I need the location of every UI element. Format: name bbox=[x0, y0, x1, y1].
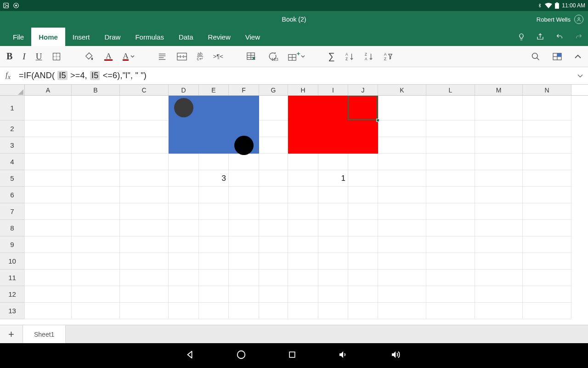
redo-icon[interactable] bbox=[574, 33, 583, 40]
font-color-button[interactable]: A bbox=[104, 52, 113, 61]
row-header[interactable]: 10 bbox=[0, 253, 25, 270]
column-header[interactable]: G bbox=[259, 85, 288, 95]
menubar: File Home Insert Draw Formulas Data Revi… bbox=[0, 28, 588, 46]
lightbulb-icon[interactable] bbox=[517, 32, 526, 41]
formula-text: >=4, bbox=[68, 71, 90, 80]
bluetooth-icon bbox=[537, 2, 542, 9]
user-chip[interactable]: Robert Wells bbox=[537, 15, 583, 24]
row-header[interactable]: 1 bbox=[0, 96, 25, 121]
cell-value[interactable]: 3 bbox=[199, 170, 229, 187]
column-header[interactable]: H bbox=[288, 85, 318, 95]
formula-bar[interactable]: fx =IF(AND( I5 >=4, I5 <=6),"l", " ") bbox=[0, 67, 588, 85]
column-headers: ABCDEFGHIJKLMN bbox=[0, 85, 588, 96]
expand-formula-icon[interactable] bbox=[577, 71, 583, 80]
column-header[interactable]: A bbox=[25, 85, 72, 95]
menu-file[interactable]: File bbox=[6, 28, 31, 46]
spreadsheet-grid[interactable]: ABCDEFGHIJKLMN 12345678910111213 31 bbox=[0, 85, 588, 325]
menu-tab-data[interactable]: Data bbox=[171, 28, 201, 46]
formula-ref: I5 bbox=[90, 71, 100, 80]
menu-tab-review[interactable]: Review bbox=[201, 28, 238, 46]
image-icon bbox=[3, 2, 9, 9]
fill-color-button[interactable] bbox=[84, 52, 94, 62]
undo-icon[interactable] bbox=[555, 33, 564, 40]
row-header[interactable]: 11 bbox=[0, 270, 25, 286]
insert-cells-button[interactable]: + bbox=[288, 52, 305, 61]
italic-button[interactable]: I bbox=[23, 52, 25, 62]
svg-point-6 bbox=[578, 17, 580, 19]
nav-volume-down-button[interactable] bbox=[338, 350, 349, 361]
column-header[interactable]: J bbox=[348, 85, 378, 95]
row-header[interactable]: 5 bbox=[0, 170, 25, 187]
android-statusbar: 11:00 AM bbox=[0, 0, 588, 11]
fill-handle[interactable] bbox=[376, 119, 379, 122]
battery-icon bbox=[555, 2, 559, 9]
svg-rect-0 bbox=[4, 3, 9, 8]
svg-rect-37 bbox=[289, 352, 295, 357]
nav-back-button[interactable] bbox=[185, 350, 195, 362]
svg-rect-4 bbox=[555, 3, 559, 9]
select-all-corner[interactable] bbox=[0, 85, 25, 95]
wrap-text-button[interactable]: abc↵ bbox=[197, 52, 203, 61]
column-header[interactable]: D bbox=[169, 85, 199, 95]
menu-tab-formulas[interactable]: Formulas bbox=[128, 28, 171, 46]
row-header[interactable]: 12 bbox=[0, 286, 25, 303]
find-button[interactable] bbox=[531, 52, 540, 61]
nav-volume-up-button[interactable] bbox=[390, 350, 403, 362]
column-header[interactable]: I bbox=[318, 85, 348, 95]
nav-home-button[interactable] bbox=[236, 350, 246, 362]
underline-button[interactable]: U bbox=[36, 52, 42, 62]
number-format-button[interactable]: 123 bbox=[266, 52, 277, 61]
formula-input[interactable]: =IF(AND( I5 >=4, I5 <=6),"l", " ") bbox=[19, 71, 569, 80]
share-icon[interactable] bbox=[536, 33, 545, 41]
menu-tab-insert[interactable]: Insert bbox=[65, 28, 97, 46]
column-header[interactable]: L bbox=[426, 85, 475, 95]
bold-button[interactable]: B bbox=[6, 51, 12, 62]
sort-desc-button[interactable]: ZA bbox=[364, 52, 373, 61]
svg-rect-5 bbox=[556, 2, 558, 3]
conditional-format-button[interactable] bbox=[246, 52, 256, 61]
svg-text:A: A bbox=[384, 52, 387, 57]
column-header[interactable]: B bbox=[72, 85, 120, 95]
merge-button[interactable] bbox=[177, 52, 187, 61]
status-time: 11:00 AM bbox=[562, 2, 585, 9]
menu-tab-draw[interactable]: Draw bbox=[97, 28, 128, 46]
sort-filter-button[interactable]: AZ bbox=[384, 52, 393, 61]
sheet-tab[interactable]: Sheet1 bbox=[23, 325, 66, 343]
borders-button[interactable] bbox=[52, 52, 61, 61]
cell-styles-button[interactable] bbox=[552, 52, 562, 61]
add-sheet-button[interactable]: + bbox=[0, 325, 23, 343]
menu-tab-view[interactable]: View bbox=[238, 28, 267, 46]
column-header[interactable]: N bbox=[523, 85, 571, 95]
row-header[interactable]: 4 bbox=[0, 154, 25, 170]
column-header[interactable]: K bbox=[378, 85, 426, 95]
row-header[interactable]: 6 bbox=[0, 187, 25, 203]
font-color-dropdown[interactable]: A bbox=[123, 52, 134, 61]
cell-value[interactable]: 1 bbox=[318, 170, 348, 187]
align-button[interactable] bbox=[158, 53, 167, 60]
column-header[interactable]: E bbox=[199, 85, 229, 95]
column-header[interactable]: M bbox=[475, 85, 523, 95]
cells-layer[interactable]: 31 bbox=[25, 96, 588, 325]
column-header[interactable]: C bbox=[120, 85, 169, 95]
row-header[interactable]: 8 bbox=[0, 220, 25, 236]
svg-point-36 bbox=[237, 351, 245, 359]
nav-recents-button[interactable] bbox=[288, 350, 297, 361]
svg-text:Z: Z bbox=[345, 57, 348, 61]
menu-tab-home[interactable]: Home bbox=[31, 28, 65, 46]
row-header[interactable]: 7 bbox=[0, 203, 25, 220]
svg-line-31 bbox=[537, 58, 539, 60]
text-direction-button[interactable]: >¶< bbox=[213, 53, 223, 60]
sort-asc-button[interactable]: AZ bbox=[345, 52, 354, 61]
row-header[interactable]: 13 bbox=[0, 303, 25, 319]
fill-red bbox=[288, 96, 378, 154]
titlebar: Book (2) Robert Wells bbox=[0, 11, 588, 28]
row-header[interactable]: 2 bbox=[0, 121, 25, 137]
fx-icon[interactable]: fx bbox=[6, 70, 11, 81]
sheet-tab-bar: + Sheet1 bbox=[0, 325, 588, 343]
collapse-ribbon-button[interactable] bbox=[574, 54, 582, 59]
autosum-button[interactable]: ∑ bbox=[328, 51, 334, 62]
row-header[interactable]: 9 bbox=[0, 236, 25, 253]
column-header[interactable]: F bbox=[229, 85, 259, 95]
row-header[interactable]: 3 bbox=[0, 137, 25, 154]
svg-text:Z: Z bbox=[384, 57, 386, 61]
